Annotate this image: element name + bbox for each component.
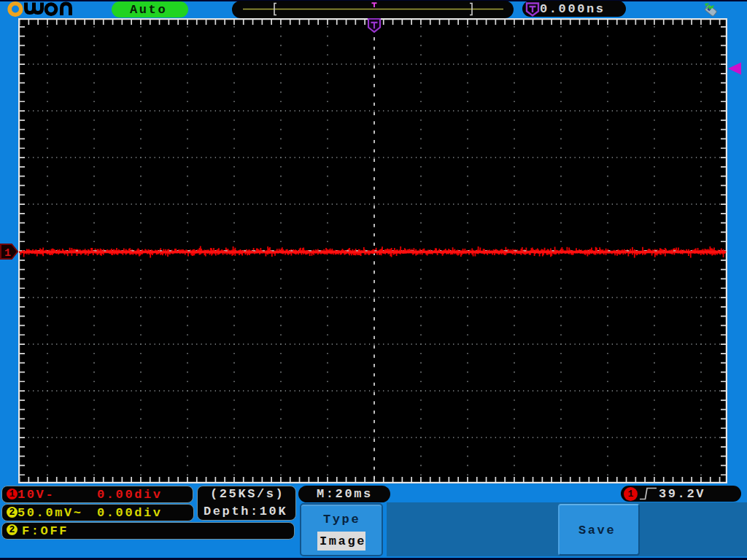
svg-text:1: 1 [4,247,11,260]
